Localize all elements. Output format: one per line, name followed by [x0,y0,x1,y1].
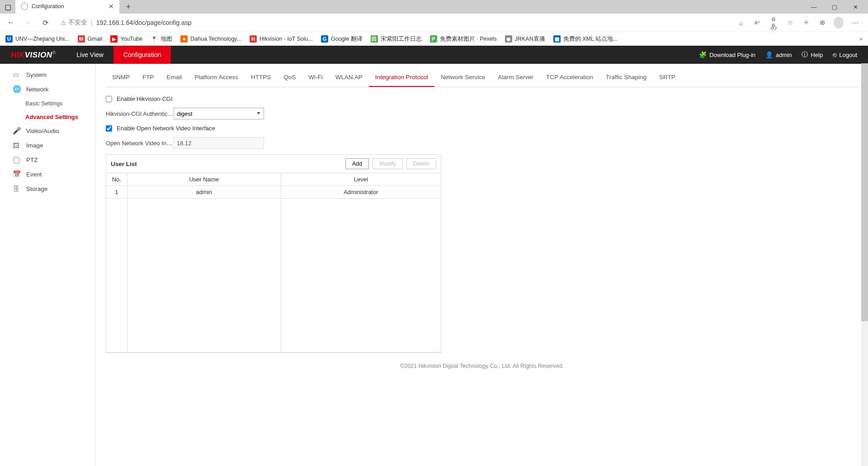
sidebar-item-ptz[interactable]: ◯PTZ [0,152,95,167]
bookmark-item[interactable]: ◉JRKAN直播 [505,35,545,43]
sidebar-subitem-basic-settings[interactable]: Basic Settings [0,96,95,110]
subtab-https[interactable]: HTTPS [245,68,277,87]
top-nav: Live ViewConfiguration [66,46,171,64]
bookmark-favicon-icon: G [321,35,328,43]
download-plugin-label: Download Plug-in [709,52,755,58]
read-aloud-icon[interactable]: Aᴬ [752,20,762,26]
forward-button[interactable]: → [21,15,35,30]
favorites-hub-icon[interactable]: ✧ [801,19,811,27]
subtab-snmp[interactable]: SNMP [106,68,136,87]
bookmarks-overflow-icon[interactable]: » [859,36,863,42]
back-button[interactable]: ← [4,15,18,30]
new-tab-button[interactable]: + [122,2,135,12]
app-body: ▭System🌐NetworkBasic SettingsAdvanced Se… [0,64,868,466]
col-header-level: Level [281,173,441,186]
user-list-panel: User List Add Modify Delete No. User Nam… [106,154,441,353]
subtab-integration-protocol[interactable]: Integration Protocol [369,68,434,87]
collections-icon[interactable]: ⊕ [817,19,827,27]
bookmark-favicon-icon: ▶ [110,35,118,43]
cell-level: Administrator [281,186,441,199]
bookmark-favicon-icon: 📍 [151,35,158,43]
subtab-network-service[interactable]: Network Service [434,68,491,87]
plugin-icon: 🧩 [699,51,707,58]
enable-onvif-checkbox[interactable] [106,125,112,132]
topnav-live-view[interactable]: Live View [66,46,113,64]
logout-label: Logout [839,52,857,58]
translate-icon[interactable]: aあ [769,14,778,31]
bookmark-item[interactable]: UUNV—Zhejiang Uni... [5,35,70,43]
bookmark-item[interactable]: GGoogle 翻译 [321,35,363,43]
sidebar-subitem-advanced-settings[interactable]: Advanced Settings [0,110,95,124]
logout-icon: ⎋ [833,51,836,58]
favorite-icon[interactable]: ☆ [785,19,795,27]
download-plugin-link[interactable]: 🧩 Download Plug-in [699,51,755,58]
bookmark-item[interactable]: ●Dahua Technology... [180,35,241,43]
bookmark-item[interactable]: P免费素材图片 · Pexels [430,35,497,43]
onvif-version-field [174,137,264,149]
vertical-scrollbar[interactable] [861,63,868,466]
enable-onvif-label[interactable]: Enable Open Network Video Interface [117,125,215,132]
tab-title: Configuration [32,3,64,10]
sub-tabs: SNMPFTPEmailPlatform AccessHTTPSQoSWi-Fi… [106,68,858,87]
enable-cgi-checkbox[interactable] [106,96,112,102]
close-window-button[interactable]: ✕ [849,4,862,10]
bookmark-favicon-icon: ◉ [505,35,512,43]
subtab-qos[interactable]: QoS [277,68,302,87]
user-list-title: User List [111,161,137,167]
subtab-ftp[interactable]: FTP [136,68,160,87]
bookmark-item[interactable]: ▶YouTube [110,35,142,43]
enable-cgi-label[interactable]: Enable Hikvision-CGI [117,95,173,102]
help-link[interactable]: ⓘ Help [802,51,823,59]
subtab-alarm-server[interactable]: Alarm Server [491,68,540,87]
sidebar-label: System [26,71,47,78]
address-bar: ← → ⟳ 不安全 | 192.168.1.64/doc/page/config… [0,14,868,32]
bookmark-item[interactable]: 📍地图 [151,35,172,43]
bookmark-label: YouTube [120,36,142,42]
onvif-version-label: Open Network Video Inter... [106,140,174,147]
browser-titlebar: ▢ Configuration ✕ + — ▢ ✕ [0,0,868,14]
refresh-button[interactable]: ⟳ [38,15,52,30]
bookmark-item[interactable]: ▦免费的 XML 站点地... [553,35,618,43]
tab-actions-button[interactable]: ▢ [0,0,15,14]
url-field[interactable]: 不安全 | 192.168.1.64/doc/page/config.asp [55,16,733,29]
profile-avatar[interactable] [834,17,844,29]
browser-tab[interactable]: Configuration ✕ [15,0,119,14]
sidebar-item-network[interactable]: 🌐Network [0,82,95,96]
help-icon: ⓘ [802,51,808,59]
search-in-page-icon[interactable]: ⌕ [736,19,746,27]
add-user-button[interactable]: Add [345,158,369,169]
sidebar-icon: 📅 [13,170,21,178]
table-row[interactable]: 1adminAdministrator [106,186,441,199]
sidebar-item-event[interactable]: 📅Event [0,167,95,181]
subtab-wlan-ap[interactable]: WLAN AP [329,68,369,87]
bookmark-item[interactable]: HHikvision - IoT Solu... [250,35,313,43]
subtab-wi-fi[interactable]: Wi-Fi [302,68,329,87]
bookmark-favicon-icon: ● [180,35,188,43]
tab-close-button[interactable]: ✕ [108,3,114,10]
bookmark-item[interactable]: 田宋紫阳工作日志 [371,35,422,43]
sidebar-item-image[interactable]: 🖼Image [0,138,95,152]
sidebar-item-system[interactable]: ▭System [0,67,95,82]
scrollbar-thumb[interactable] [861,63,868,321]
sidebar-item-video-audio[interactable]: 🎤Video/Audio [0,124,95,138]
sidebar-icon: 🎤 [13,127,21,135]
sidebar-label: Network [26,86,49,93]
more-menu-icon[interactable]: ⋯ [850,19,860,27]
minimize-button[interactable]: — [807,4,820,10]
subtab-traffic-shaping[interactable]: Traffic Shaping [599,68,653,87]
subtab-tcp-acceleration[interactable]: TCP Acceleration [540,68,599,87]
logout-link[interactable]: ⎋ Logout [833,51,857,58]
maximize-button[interactable]: ▢ [828,4,841,10]
subtab-platform-access[interactable]: Platform Access [188,68,245,87]
sidebar-icon: ▭ [13,71,21,79]
subtab-email[interactable]: Email [160,68,189,87]
bookmark-favicon-icon: 田 [371,35,378,43]
auth-method-select[interactable]: digest [174,108,264,119]
bookmark-item[interactable]: MGmail [78,35,103,43]
bookmark-label: Hikvision - IoT Solu... [259,36,313,42]
subtab-srtp[interactable]: SRTP [653,68,682,87]
topnav-configuration[interactable]: Configuration [113,46,171,64]
current-user[interactable]: 👤 admin [765,51,792,58]
sidebar-item-storage[interactable]: 🗄Storage [0,181,95,196]
bookmark-label: 宋紫阳工作日志 [381,35,422,43]
